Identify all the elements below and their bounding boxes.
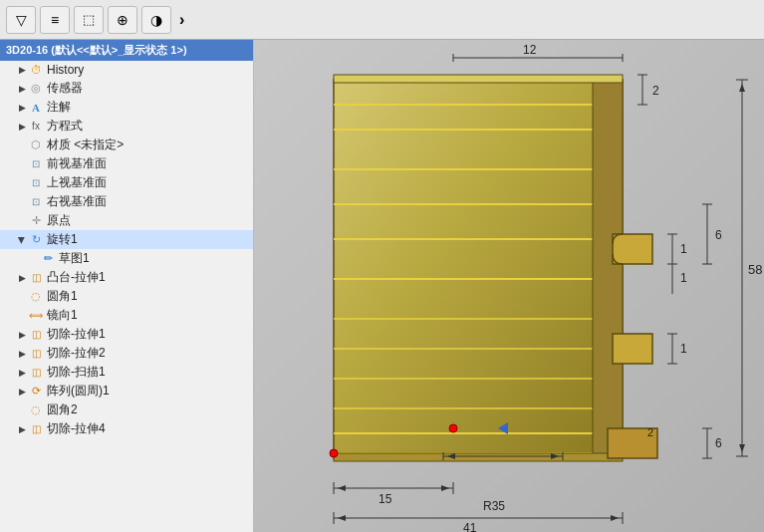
fillet1-icon: ◌ <box>28 289 44 305</box>
tree-item-boss1[interactable]: ▶ ◫ 凸台-拉伸1 <box>0 268 253 287</box>
tree-item-mirror1[interactable]: ▶ ⟺ 镜向1 <box>0 306 253 325</box>
filter-icon: ▽ <box>16 12 27 28</box>
filter-button[interactable]: ▽ <box>6 6 36 34</box>
tree-item-revolve1[interactable]: ▶ ↻ 旋转1 <box>0 230 253 249</box>
fillet2-label: 圆角2 <box>47 401 78 418</box>
target-button[interactable]: ⊕ <box>108 6 137 34</box>
tree-item-fillet1[interactable]: ▶ ◌ 圆角1 <box>0 287 253 306</box>
svg-rect-16 <box>334 453 623 461</box>
boss1-icon: ◫ <box>28 270 44 286</box>
dim-6-bot-text: 6 <box>715 436 722 450</box>
3d-view-svg: 2 12 1 6 1 1 <box>254 40 764 532</box>
tree-item-fillet2[interactable]: ▶ ◌ 圆角2 <box>0 400 253 419</box>
reference-point-2 <box>330 449 338 457</box>
tree-item-history[interactable]: ▶ ⏱ History <box>0 61 253 79</box>
svg-rect-15 <box>334 75 623 83</box>
arrow-note: ▶ <box>16 102 28 114</box>
tree-item-note[interactable]: ▶ A 注解 <box>0 98 253 117</box>
tree-item-origin[interactable]: ▶ ✛ 原点 <box>0 211 253 230</box>
top-plane-label: 上视基准面 <box>47 174 107 191</box>
material-label: 材质 <未指定> <box>47 136 124 153</box>
color-icon: ◑ <box>150 12 162 28</box>
equation-icon: fx <box>28 119 44 134</box>
front-plane-icon: ⊡ <box>28 156 44 172</box>
pattern1-label: 阵列(圆周)1 <box>47 383 110 399</box>
list-icon: ≡ <box>51 12 59 28</box>
sketch1-icon: ✏ <box>40 251 56 267</box>
mirror1-label: 镜向1 <box>47 307 78 324</box>
cut2-label: 切除-拉伸2 <box>47 345 106 362</box>
list-button[interactable]: ≡ <box>40 6 70 34</box>
arrow-pattern1: ▶ <box>16 386 28 398</box>
cut-sweep1-icon: ◫ <box>28 365 44 381</box>
arrow-cut4: ▶ <box>16 423 28 435</box>
save-icon: ⬚ <box>83 12 95 27</box>
cut4-icon: ◫ <box>28 421 44 437</box>
cut4-label: 切除-拉伸4 <box>47 420 106 437</box>
tree-item-top-plane[interactable]: ▶ ⊡ 上视基准面 <box>0 173 253 192</box>
tree-item-material[interactable]: ▶ ⬡ 材质 <未指定> <box>0 135 253 154</box>
reference-point <box>449 424 457 432</box>
sketch1-label: 草图1 <box>59 250 90 267</box>
arrow-sensor: ▶ <box>16 83 28 95</box>
3d-viewport[interactable]: 2 12 1 6 1 1 <box>254 40 764 532</box>
svg-rect-1 <box>334 80 623 458</box>
top-plane-icon: ⊡ <box>28 175 44 191</box>
revolve1-icon: ↻ <box>28 232 44 248</box>
arrow-boss1: ▶ <box>16 272 28 284</box>
right-plane-label: 右视基准面 <box>47 193 107 210</box>
fillet2-icon: ◌ <box>28 402 44 418</box>
arrow-cut2: ▶ <box>16 348 28 360</box>
feature-tree: 3D20-16 (默认<<默认>_显示状态 1>) ▶ ⏱ History ▶ … <box>0 40 254 532</box>
dim-2-text: 2 <box>652 84 659 98</box>
dim-58-text: 58 <box>748 262 762 277</box>
dim-12-text: 12 <box>523 43 537 57</box>
target-icon: ⊕ <box>117 12 128 28</box>
dim-6-top-text: 6 <box>715 228 722 242</box>
history-icon: ⏱ <box>28 62 44 78</box>
tree-item-cut1[interactable]: ▶ ◫ 切除-拉伸1 <box>0 325 253 344</box>
tree-item-sensor[interactable]: ▶ ◎ 传感器 <box>0 79 253 98</box>
sensor-label: 传感器 <box>47 80 83 97</box>
note-icon: A <box>28 100 44 116</box>
pattern1-icon: ⟳ <box>28 384 44 399</box>
material-icon: ⬡ <box>28 137 44 153</box>
arrow-cut-sweep1: ▶ <box>16 367 28 379</box>
tree-item-equation[interactable]: ▶ fx 方程式 <box>0 117 253 135</box>
dim-1-upper-text: 1 <box>680 242 687 256</box>
cut-sweep1-label: 切除-扫描1 <box>47 364 106 381</box>
origin-icon: ✛ <box>28 213 44 229</box>
arrow-cut1: ▶ <box>16 329 28 341</box>
tree-item-pattern1[interactable]: ▶ ⟳ 阵列(圆周)1 <box>0 382 253 400</box>
front-plane-label: 前视基准面 <box>47 155 107 172</box>
fillet1-label: 圆角1 <box>47 288 78 305</box>
color-button[interactable]: ◑ <box>141 6 171 34</box>
origin-label: 原点 <box>47 212 71 229</box>
cut1-label: 切除-拉伸1 <box>47 326 106 343</box>
arrow-equation: ▶ <box>16 121 28 133</box>
cut2-icon: ◫ <box>28 346 44 362</box>
tree-item-cut4[interactable]: ▶ ◫ 切除-拉伸4 <box>0 419 253 438</box>
equation-label: 方程式 <box>47 118 83 134</box>
tree-item-right-plane[interactable]: ▶ ⊡ 右视基准面 <box>0 192 253 211</box>
tree-item-cut2[interactable]: ▶ ◫ 切除-拉伸2 <box>0 344 253 363</box>
svg-rect-14 <box>593 80 623 458</box>
tree-header-title: 3D20-16 (默认<<默认>_显示状态 1>) <box>6 44 187 56</box>
save-button[interactable]: ⬚ <box>74 6 104 34</box>
dim-r35-text: R35 <box>483 499 505 513</box>
tree-header: 3D20-16 (默认<<默认>_显示状态 1>) <box>0 40 253 61</box>
toolbar: ▽ ≡ ⬚ ⊕ ◑ › <box>0 0 764 40</box>
dim-1-lower-text: 1 <box>680 342 687 356</box>
dim-1-mid-text: 1 <box>680 271 687 285</box>
cut1-icon: ◫ <box>28 327 44 343</box>
sensor-icon: ◎ <box>28 81 44 97</box>
tree-item-sketch1[interactable]: ▶ ✏ 草图1 <box>0 249 253 268</box>
tree-item-cut-sweep1[interactable]: ▶ ◫ 切除-扫描1 <box>0 363 253 382</box>
revolve1-label: 旋转1 <box>47 231 78 248</box>
dim-41-text: 41 <box>463 521 477 532</box>
history-label: History <box>47 63 84 77</box>
dim-2-small-text: 2 <box>647 426 653 438</box>
svg-rect-18 <box>613 334 652 364</box>
more-button[interactable]: › <box>175 11 188 29</box>
tree-item-front-plane[interactable]: ▶ ⊡ 前视基准面 <box>0 154 253 173</box>
